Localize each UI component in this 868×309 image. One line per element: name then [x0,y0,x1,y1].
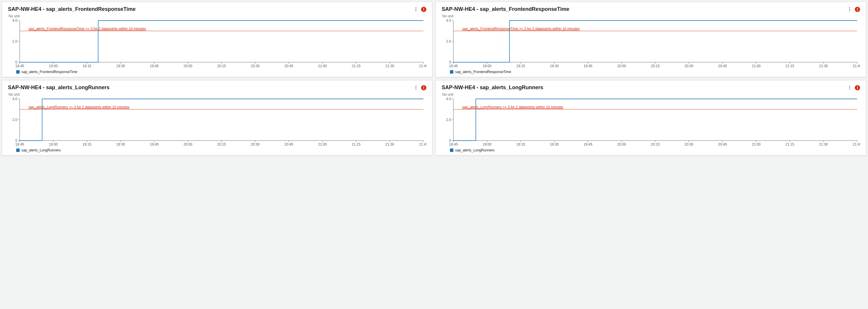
svg-text:21:15: 21:15 [352,142,361,146]
svg-text:20:45: 20:45 [718,142,727,146]
panel-title: SAP-NW-HE4 - sap_alerts_LongRunners [8,84,110,91]
svg-text:20:45: 20:45 [284,64,293,68]
legend-label: sap_alerts_FrontendResponseTime [22,70,77,74]
svg-text:20:00: 20:00 [183,64,192,68]
metric-panel: SAP-NW-HE4 - sap_alerts_FrontendResponse… [2,2,433,77]
panel-header: SAP-NW-HE4 - sap_alerts_LongRunners ! [8,84,426,91]
svg-text:2.0: 2.0 [446,39,451,43]
svg-text:2.0: 2.0 [12,118,17,122]
threshold-label: sap_alerts_LongRunners >= 3 for 2 datapo… [462,105,563,109]
svg-text:19:30: 19:30 [550,64,559,68]
svg-text:20:30: 20:30 [251,64,259,68]
svg-text:19:00: 19:00 [483,64,491,68]
threshold-label: sap_alerts_LongRunners >= 3 for 2 datapo… [29,105,130,109]
svg-text:20:00: 20:00 [183,142,192,146]
svg-text:21:45: 21:45 [853,142,860,146]
svg-text:20:30: 20:30 [251,142,259,146]
legend-swatch [450,70,454,74]
svg-text:0: 0 [449,60,451,64]
panel-tools: ! [847,85,860,91]
svg-text:19:15: 19:15 [83,142,91,146]
svg-text:18:45: 18:45 [15,142,24,146]
svg-text:20:30: 20:30 [684,64,693,68]
dashboard-grid: SAP-NW-HE4 - sap_alerts_FrontendResponse… [2,2,866,156]
svg-text:21:15: 21:15 [785,142,794,146]
alarm-status-icon[interactable]: ! [855,85,860,91]
svg-text:19:15: 19:15 [83,64,91,68]
panel-tools: ! [413,7,426,12]
svg-text:21:30: 21:30 [819,64,828,68]
chart-svg: 02.04.018:4519:0019:1519:3019:4520:0020:… [8,19,426,69]
kebab-menu-icon[interactable] [413,85,418,90]
svg-text:21:30: 21:30 [819,142,828,146]
svg-text:0: 0 [15,60,17,64]
svg-text:21:00: 21:00 [318,64,327,68]
chart-plot: 02.04.018:4519:0019:1519:3019:4520:0020:… [442,97,860,147]
svg-text:21:15: 21:15 [785,64,794,68]
svg-text:4.0: 4.0 [12,19,17,23]
svg-text:4.0: 4.0 [12,97,17,101]
chart-legend: sap_alerts_FrontendResponseTime [16,70,426,74]
y-axis-unit-label: No unit [8,14,426,18]
svg-text:20:00: 20:00 [617,64,626,68]
svg-text:0: 0 [15,138,17,143]
threshold-label: sap_alerts_FrontendResponseTime >= 3 for… [29,27,146,31]
metric-panel: SAP-NW-HE4 - sap_alerts_FrontendResponse… [435,2,866,77]
svg-text:19:45: 19:45 [150,64,159,68]
svg-text:0: 0 [449,138,451,143]
chart-svg: 02.04.018:4519:0019:1519:3019:4520:0020:… [442,97,860,147]
svg-text:19:30: 19:30 [116,142,125,146]
chart-plot: 02.04.018:4519:0019:1519:3019:4520:0020:… [8,97,426,147]
svg-text:21:00: 21:00 [752,142,761,146]
panel-header: SAP-NW-HE4 - sap_alerts_LongRunners ! [442,84,860,91]
svg-text:20:15: 20:15 [651,64,660,68]
svg-text:20:15: 20:15 [217,142,226,146]
svg-text:21:00: 21:00 [318,142,327,146]
legend-label: sap_alerts_LongRunners [22,148,61,152]
y-axis-unit-label: No unit [442,93,860,97]
legend-swatch [16,70,20,74]
kebab-menu-icon[interactable] [413,7,418,12]
svg-text:19:15: 19:15 [516,64,525,68]
svg-text:19:45: 19:45 [584,142,592,146]
svg-text:21:15: 21:15 [352,64,361,68]
alarm-status-icon[interactable]: ! [421,85,426,91]
svg-text:19:30: 19:30 [550,142,559,146]
svg-text:19:00: 19:00 [49,64,58,68]
panel-header: SAP-NW-HE4 - sap_alerts_FrontendResponse… [442,6,860,12]
kebab-menu-icon[interactable] [847,85,852,90]
svg-text:21:30: 21:30 [385,142,394,146]
chart-svg: 02.04.018:4519:0019:1519:3019:4520:0020:… [8,97,426,147]
metric-panel: SAP-NW-HE4 - sap_alerts_LongRunners ! No… [2,80,433,156]
svg-text:20:45: 20:45 [284,142,293,146]
svg-text:20:30: 20:30 [684,142,693,146]
svg-text:2.0: 2.0 [12,39,17,43]
threshold-label: sap_alerts_FrontendResponseTime >= 3 for… [462,27,580,31]
legend-swatch [450,148,454,152]
svg-text:20:15: 20:15 [651,142,660,146]
panel-header: SAP-NW-HE4 - sap_alerts_FrontendResponse… [8,6,426,12]
chart-svg: 02.04.018:4519:0019:1519:3019:4520:0020:… [442,19,860,69]
panel-tools: ! [413,85,426,91]
svg-text:4.0: 4.0 [446,97,451,101]
panel-title: SAP-NW-HE4 - sap_alerts_LongRunners [442,84,543,91]
y-axis-unit-label: No unit [442,14,860,18]
svg-text:20:00: 20:00 [617,142,626,146]
panel-title: SAP-NW-HE4 - sap_alerts_FrontendResponse… [442,6,569,12]
chart-plot: 02.04.018:4519:0019:1519:3019:4520:0020:… [8,19,426,69]
legend-swatch [16,148,20,152]
svg-text:19:45: 19:45 [150,142,159,146]
y-axis-unit-label: No unit [8,93,426,97]
svg-text:21:45: 21:45 [419,64,426,68]
panel-tools: ! [847,7,860,12]
svg-text:2.0: 2.0 [446,118,451,122]
legend-label: sap_alerts_LongRunners [455,148,495,152]
alarm-status-icon[interactable]: ! [855,7,860,12]
svg-text:21:30: 21:30 [385,64,394,68]
legend-label: sap_alerts_FrontendResponseTime [455,70,511,74]
svg-text:19:15: 19:15 [516,142,525,146]
kebab-menu-icon[interactable] [847,7,852,12]
svg-text:4.0: 4.0 [446,19,451,23]
alarm-status-icon[interactable]: ! [421,7,426,12]
svg-text:20:15: 20:15 [217,64,226,68]
